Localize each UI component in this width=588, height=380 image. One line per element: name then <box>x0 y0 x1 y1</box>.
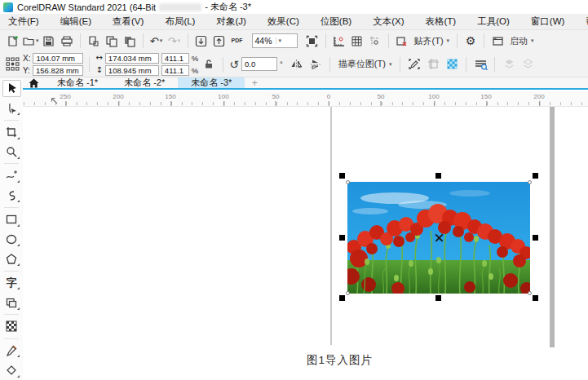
edit-bitmap-button[interactable] <box>406 56 422 73</box>
freehand-tool[interactable] <box>2 167 21 184</box>
selection-center-marker[interactable] <box>435 233 444 242</box>
zoom-level-combobox[interactable]: 44% ▾ <box>252 33 298 48</box>
trace-dropdown-caret[interactable]: ▾ <box>389 61 392 68</box>
interactive-fill-tool[interactable] <box>2 361 21 378</box>
grid-icon <box>351 35 363 47</box>
ellipse-tool-icon <box>6 234 17 245</box>
drawing-canvas[interactable] <box>23 107 588 380</box>
scale-y-input[interactable]: 411.1 <box>161 65 189 76</box>
menu-view[interactable]: 查看(V) <box>113 15 144 28</box>
selection-handle-top-middle[interactable] <box>435 173 441 179</box>
rulers-icon <box>333 35 346 47</box>
menu-object[interactable]: 对象(J) <box>216 15 245 28</box>
rectangle-tool-icon <box>6 214 17 224</box>
menu-bitmaps[interactable]: 位图(B) <box>321 15 351 28</box>
publish-pdf-button[interactable]: PDF <box>229 33 245 49</box>
selection-handle-middle-left[interactable] <box>339 235 345 241</box>
lock-ratio-button[interactable] <box>201 56 217 73</box>
page-right-edge <box>550 107 555 347</box>
object-position-button[interactable] <box>4 56 20 73</box>
menu-effects[interactable]: 效果(C) <box>267 15 299 28</box>
menu-layout[interactable]: 布局(L) <box>165 15 195 28</box>
open-button[interactable]: ▾ <box>22 33 39 49</box>
propbar-divider <box>400 57 400 72</box>
zoom-dropdown-caret[interactable]: ▾ <box>276 38 282 44</box>
y-position-input[interactable]: 156.828 mm <box>33 65 83 76</box>
launch-button[interactable]: 启动 ▾ <box>507 33 537 49</box>
show-guidelines-button[interactable] <box>367 33 383 49</box>
selected-image-object[interactable] <box>347 182 530 294</box>
document-tab-bar: 未命名 -1* 未命名 -2* 未命名 -3* + <box>23 77 588 90</box>
corner-node-top-right[interactable] <box>528 180 532 184</box>
fullscreen-preview-button[interactable] <box>304 33 321 49</box>
snap-off-button[interactable] <box>394 33 410 49</box>
horizontal-ruler[interactable]: 250 200 150 100 50 0 50 100 150 200 <box>23 91 588 107</box>
cut-button[interactable] <box>86 33 102 49</box>
selection-handle-bottom-middle[interactable] <box>435 295 441 301</box>
artistic-media-tool[interactable] <box>2 187 21 204</box>
text-tool[interactable]: 字 <box>2 274 21 291</box>
scale-x-input[interactable]: 411.1 <box>161 53 189 64</box>
pattern-fill-tool[interactable] <box>2 318 21 335</box>
interactive-fill-tool-icon <box>6 365 17 375</box>
menu-tools[interactable]: 工具(O) <box>477 15 510 28</box>
rotation-angle-input[interactable]: 0.0 <box>241 57 277 71</box>
new-document-tab-button[interactable]: + <box>245 77 264 88</box>
snap-to-button[interactable]: 贴齐(T) ▾ <box>412 33 453 49</box>
paste-icon <box>123 35 135 47</box>
undo-button[interactable]: ↶ ▾ <box>148 33 165 49</box>
export-button[interactable] <box>211 33 228 49</box>
undo-dropdown-caret[interactable]: ▾ <box>160 38 163 44</box>
menu-edit[interactable]: 编辑(E) <box>60 15 91 28</box>
pick-tool[interactable] <box>2 80 21 97</box>
corner-node-bottom-right[interactable] <box>528 291 532 295</box>
lock-icon <box>204 59 214 69</box>
object-width-input[interactable]: 174.034 mm <box>105 53 159 64</box>
launch-app-button[interactable] <box>489 33 506 49</box>
mirror-vertical-button[interactable] <box>307 56 324 73</box>
menu-table[interactable]: 表格(T) <box>426 15 457 28</box>
selection-handle-middle-right[interactable] <box>533 235 538 241</box>
show-grid-button[interactable] <box>349 33 365 49</box>
launch-dropdown-caret[interactable]: ▾ <box>531 38 534 44</box>
eyedropper-tool[interactable] <box>2 342 21 359</box>
zoom-tool-icon <box>6 146 17 157</box>
zoom-tool[interactable] <box>2 144 21 161</box>
snap-dropdown-caret[interactable]: ▾ <box>447 38 450 44</box>
shape-tool[interactable] <box>2 99 21 117</box>
menu-text[interactable]: 文本(X) <box>373 15 404 28</box>
bitmap-mask-button[interactable] <box>444 56 460 73</box>
tab-untitled-2[interactable]: 未命名 -2* <box>111 77 178 88</box>
window-title-prefix: CorelDRAW Standard 2021 (64-Bit <box>17 2 156 12</box>
selection-handle-top-right[interactable] <box>533 173 538 179</box>
crop-tool[interactable] <box>2 123 21 140</box>
show-rulers-button[interactable] <box>331 33 347 49</box>
tab-untitled-1[interactable]: 未命名 -1* <box>44 77 111 88</box>
polygon-tool[interactable] <box>2 250 21 267</box>
object-height-input[interactable]: 108.945 mm <box>105 65 159 76</box>
rectangle-tool[interactable] <box>2 210 21 228</box>
selection-handle-top-left[interactable] <box>339 173 345 179</box>
mirror-horizontal-button[interactable] <box>289 56 305 73</box>
corner-node-bottom-left[interactable] <box>346 291 350 295</box>
import-button[interactable] <box>193 33 210 49</box>
welcome-home-button[interactable] <box>23 77 44 88</box>
selection-handle-bottom-right[interactable] <box>533 295 538 301</box>
menu-window[interactable]: 窗口(W) <box>531 15 565 28</box>
print-button[interactable] <box>59 33 75 49</box>
tab-untitled-3-active[interactable]: 未命名 -3* <box>178 77 245 88</box>
image-adjustment-button[interactable] <box>472 56 489 73</box>
options-button[interactable]: ⚙ <box>462 33 479 49</box>
paste-button[interactable] <box>122 33 138 49</box>
save-button[interactable] <box>41 33 57 49</box>
ellipse-tool[interactable] <box>2 231 21 248</box>
menu-file[interactable]: 文件(F) <box>8 15 39 28</box>
copy-button[interactable] <box>104 33 120 49</box>
new-document-button[interactable] <box>4 33 20 49</box>
common-shapes-tool[interactable] <box>2 294 21 311</box>
trace-bitmap-button[interactable]: 描摹位图(T) ▾ <box>336 56 395 73</box>
corner-node-top-left[interactable] <box>346 180 350 184</box>
open-dropdown-caret[interactable]: ▾ <box>36 38 39 44</box>
x-position-input[interactable]: 104.07 mm <box>33 53 83 64</box>
selection-handle-bottom-left[interactable] <box>339 295 345 301</box>
